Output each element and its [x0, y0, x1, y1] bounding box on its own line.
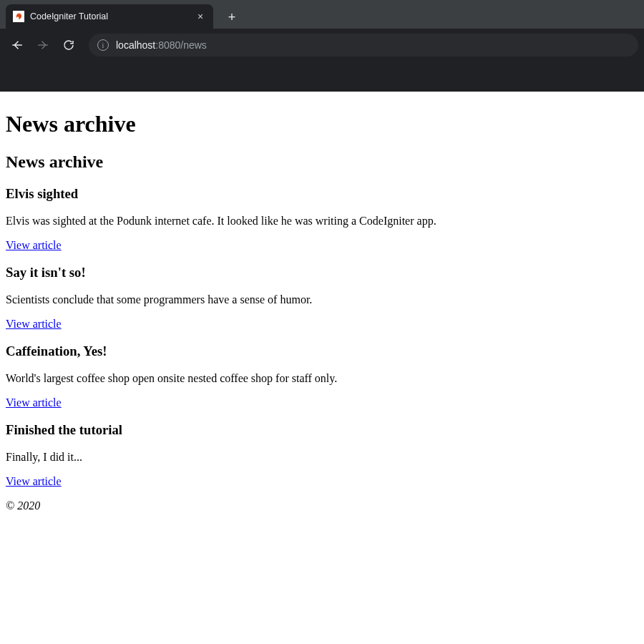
url-host: localhost [116, 39, 155, 51]
arrow-right-icon [36, 39, 49, 52]
view-article-link[interactable]: View article [6, 239, 62, 251]
url-port-path: :8080/news [155, 39, 207, 51]
article-body: Elvis was sighted at the Podunk internet… [6, 215, 638, 228]
view-article-link[interactable]: View article [6, 396, 62, 409]
page-h2: News archive [6, 152, 638, 172]
reload-icon [62, 39, 75, 52]
forward-button[interactable] [31, 34, 54, 57]
view-article-link[interactable]: View article [6, 475, 62, 487]
browser-tab[interactable]: CodeIgniter Tutorial × [6, 4, 213, 29]
view-article-link[interactable]: View article [6, 318, 62, 330]
browser-toolbar: i localhost:8080/news [0, 29, 644, 62]
article-title: Say it isn't so! [6, 265, 638, 280]
favicon-codeigniter [13, 11, 24, 22]
tab-title: CodeIgniter Tutorial [30, 11, 189, 21]
page-content: News archive News archive Elvis sighted … [0, 92, 644, 530]
page-footer: © 2020 [6, 499, 40, 512]
arrow-left-icon [11, 39, 24, 52]
article-body: World's largest coffee shop open onsite … [6, 372, 638, 385]
article-title: Finished the tutorial [6, 422, 638, 438]
reload-button[interactable] [57, 34, 80, 57]
new-tab-button[interactable]: + [222, 7, 242, 27]
tab-strip: CodeIgniter Tutorial × + [0, 0, 644, 29]
article-title: Elvis sighted [6, 186, 638, 202]
article-title: Caffeination, Yes! [6, 343, 638, 359]
browser-chrome: CodeIgniter Tutorial × + i localhost:808… [0, 0, 644, 92]
page-h1: News archive [6, 111, 638, 137]
back-button[interactable] [6, 34, 29, 57]
article-body: Scientists conclude that some programmer… [6, 293, 638, 306]
site-info-icon[interactable]: i [97, 39, 109, 51]
url-text: localhost:8080/news [116, 39, 207, 51]
close-tab-icon[interactable]: × [195, 11, 206, 22]
article-body: Finally, I did it... [6, 451, 638, 464]
address-bar[interactable]: i localhost:8080/news [89, 34, 638, 57]
